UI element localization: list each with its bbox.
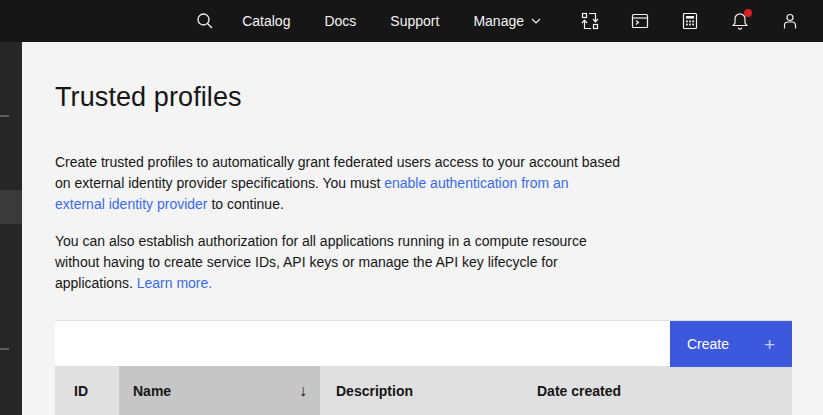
cloud-shell-icon[interactable] — [615, 0, 665, 42]
intro-text: Create trusted profiles to automatically… — [55, 152, 622, 294]
nav-link-label: Support — [390, 13, 439, 29]
table-header-row: ID Name ↓ Description Date created — [55, 366, 792, 415]
column-label: Name — [133, 383, 171, 399]
table-search-input[interactable] — [55, 321, 670, 366]
left-sidebar — [0, 42, 22, 415]
notification-dot — [744, 9, 752, 17]
notifications-bell-icon[interactable] — [715, 0, 765, 42]
create-button[interactable]: Create + — [670, 321, 792, 367]
column-header-id[interactable]: ID — [55, 366, 119, 415]
chevron-down-icon — [531, 18, 541, 24]
intro-p2-text: You can also establish authorization for… — [55, 233, 587, 291]
nav-menu-manage[interactable]: Manage — [473, 13, 541, 29]
column-label: Description — [336, 383, 413, 399]
nav-link-label: Catalog — [242, 13, 290, 29]
main-content: Trusted profiles Create trusted profiles… — [22, 42, 823, 415]
cost-estimator-icon[interactable] — [665, 0, 715, 42]
nav-link-label: Manage — [473, 13, 524, 29]
column-header-date-created[interactable]: Date created — [521, 366, 792, 415]
nav-link-support[interactable]: Support — [390, 13, 439, 29]
sidebar-divider — [0, 115, 9, 117]
nav-link-docs[interactable]: Docs — [324, 13, 356, 29]
nav-links: Catalog Docs Support Manage — [242, 13, 541, 29]
sort-descending-icon[interactable]: ↓ — [299, 382, 307, 400]
nav-link-label: Docs — [324, 13, 356, 29]
user-avatar-icon[interactable] — [765, 0, 815, 42]
page-shell: Trusted profiles Create trusted profiles… — [0, 42, 823, 415]
page-title: Trusted profiles — [55, 82, 823, 113]
column-header-description[interactable]: Description — [320, 366, 521, 415]
table-toolbar: Create + — [55, 320, 792, 366]
sidebar-divider — [0, 348, 9, 350]
trusted-profiles-table: Create + ID Name ↓ Description Date crea… — [55, 320, 792, 415]
top-nav: Catalog Docs Support Manage — [0, 0, 823, 42]
intro-paragraph-1: Create trusted profiles to automatically… — [55, 152, 622, 215]
search-icon[interactable] — [180, 0, 230, 42]
data-transfer-icon[interactable] — [565, 0, 615, 42]
intro-p1-text-after: to continue. — [211, 196, 283, 212]
sidebar-item-active[interactable] — [0, 190, 22, 224]
nav-link-catalog[interactable]: Catalog — [242, 13, 290, 29]
intro-paragraph-2: You can also establish authorization for… — [55, 231, 622, 294]
column-label: ID — [74, 383, 88, 399]
plus-icon: + — [764, 335, 775, 354]
create-button-label: Create — [687, 336, 729, 352]
column-header-name[interactable]: Name ↓ — [119, 366, 320, 415]
column-label: Date created — [537, 383, 621, 399]
learn-more-link[interactable]: Learn more. — [137, 275, 212, 291]
